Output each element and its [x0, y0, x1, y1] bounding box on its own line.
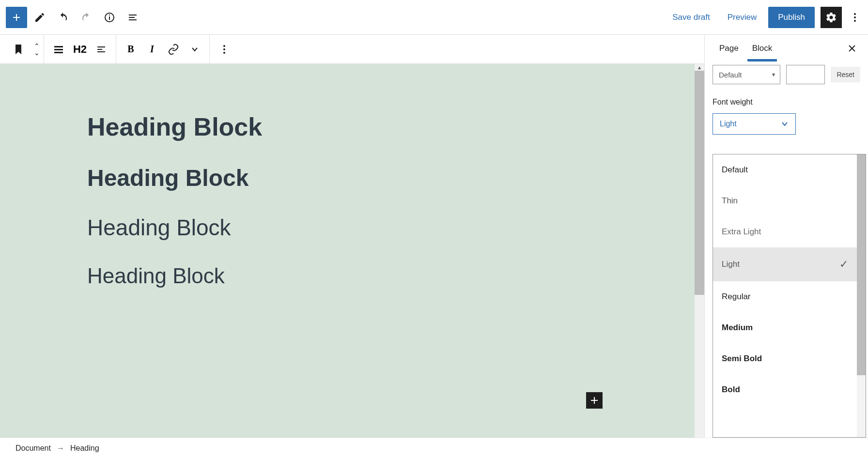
font-weight-option[interactable]: Thin	[713, 185, 857, 216]
text-align-icon	[96, 44, 107, 55]
redo-icon	[80, 12, 92, 23]
add-block-inline-button[interactable]	[586, 392, 603, 409]
option-label: Light	[722, 260, 740, 269]
font-weight-option[interactable]: Medium	[713, 312, 857, 343]
kebab-icon	[853, 12, 856, 23]
svg-point-7	[223, 48, 225, 50]
breadcrumb: Document → Heading	[0, 438, 868, 458]
info-button[interactable]	[99, 7, 120, 28]
list-icon	[127, 12, 139, 23]
settings-sidebar: Page Block Default ▾ Reset Font weight L…	[704, 35, 868, 438]
font-weight-option[interactable]: Regular	[713, 281, 857, 312]
main-area: ⌃ ⌄ H2 B I	[0, 35, 868, 438]
undo-button[interactable]	[52, 7, 74, 28]
svg-point-4	[854, 16, 856, 18]
move-up-button[interactable]: ⌃	[34, 43, 40, 49]
bold-button[interactable]: B	[120, 39, 141, 60]
font-weight-option[interactable]: Light✓	[713, 247, 857, 281]
publish-button[interactable]: Publish	[768, 7, 815, 28]
dropdown-scrollbar[interactable]	[857, 154, 866, 437]
close-sidebar-button[interactable]	[844, 40, 860, 57]
editor-canvas-wrap: Heading Block Heading Block Heading Bloc…	[0, 64, 704, 438]
chevron-down-icon: ▾	[772, 71, 775, 78]
size-number-input[interactable]	[786, 65, 825, 84]
option-label: Regular	[722, 292, 751, 302]
toolbar-right: Save draft Preview Publish	[666, 7, 862, 28]
tab-page[interactable]: Page	[713, 36, 745, 61]
svg-point-5	[854, 20, 856, 22]
breadcrumb-leaf[interactable]: Heading	[70, 444, 99, 453]
link-icon	[168, 44, 179, 55]
editor-column: ⌃ ⌄ H2 B I	[0, 35, 704, 438]
move-arrows: ⌃ ⌄	[34, 43, 40, 56]
redo-button[interactable]	[76, 7, 97, 28]
scrollbar-thumb[interactable]	[695, 71, 704, 295]
undo-icon	[57, 12, 69, 23]
heading-block[interactable]: Heading Block	[87, 264, 617, 288]
svg-point-8	[223, 52, 225, 54]
heading-block[interactable]: Heading Block	[87, 112, 617, 141]
reset-button[interactable]: Reset	[831, 67, 860, 82]
gear-icon	[825, 12, 837, 23]
option-label: Bold	[722, 385, 740, 395]
svg-point-3	[854, 13, 856, 15]
close-icon	[848, 44, 856, 53]
kebab-icon	[223, 44, 226, 55]
more-options-button[interactable]	[848, 7, 862, 28]
option-label: Extra Light	[722, 227, 761, 237]
block-toolbar: ⌃ ⌄ H2 B I	[0, 35, 704, 64]
preview-button[interactable]: Preview	[722, 9, 762, 26]
font-weight-option[interactable]: Default	[713, 154, 857, 185]
link-button[interactable]	[163, 39, 184, 60]
breadcrumb-separator: →	[57, 444, 64, 453]
save-draft-button[interactable]: Save draft	[666, 9, 716, 26]
toolbar-left	[6, 7, 143, 28]
more-formatting-button[interactable]	[184, 39, 205, 60]
plus-icon	[590, 396, 599, 405]
font-weight-select[interactable]: Light	[713, 113, 796, 135]
svg-rect-1	[109, 16, 110, 20]
option-label: Thin	[722, 196, 738, 206]
edit-mode-button[interactable]	[29, 7, 50, 28]
bookmark-icon	[14, 44, 23, 55]
bookmark-icon-button[interactable]	[8, 39, 29, 60]
option-label: Default	[722, 165, 748, 175]
align-button[interactable]	[48, 39, 69, 60]
size-row: Default ▾ Reset	[713, 65, 860, 84]
svg-rect-2	[109, 15, 110, 15]
move-down-button[interactable]: ⌄	[34, 49, 40, 56]
tab-block[interactable]: Block	[745, 36, 779, 61]
text-align-button[interactable]	[91, 39, 112, 60]
editor-scrollbar[interactable]: ▴	[695, 64, 704, 438]
font-weight-dropdown: DefaultThinExtra LightLight✓RegularMediu…	[713, 154, 866, 438]
chevron-down-icon	[781, 120, 789, 128]
heading-block[interactable]: Heading Block	[87, 165, 617, 191]
block-more-button[interactable]	[214, 39, 235, 60]
outline-button[interactable]	[122, 7, 143, 28]
option-label: Semi Bold	[722, 354, 762, 364]
italic-button[interactable]: I	[141, 39, 163, 60]
settings-button[interactable]	[821, 7, 842, 28]
heading-level-button[interactable]: H2	[69, 39, 91, 60]
size-preset-value: Default	[719, 71, 742, 79]
font-weight-label: Font weight	[713, 98, 860, 107]
size-preset-select[interactable]: Default ▾	[713, 65, 780, 84]
pencil-icon	[34, 12, 46, 23]
option-label: Medium	[722, 323, 753, 333]
check-icon: ✓	[839, 258, 848, 271]
add-block-button[interactable]	[6, 7, 27, 28]
top-toolbar: Save draft Preview Publish	[0, 0, 868, 35]
svg-point-6	[223, 45, 225, 47]
sidebar-body: Default ▾ Reset Font weight Light Defaul…	[705, 62, 868, 438]
font-weight-option[interactable]: Semi Bold	[713, 343, 857, 374]
heading-block[interactable]: Heading Block	[87, 214, 617, 241]
scrollbar-thumb[interactable]	[857, 154, 866, 375]
info-icon	[104, 12, 115, 23]
editor-canvas[interactable]: Heading Block Heading Block Heading Bloc…	[0, 64, 704, 438]
breadcrumb-root[interactable]: Document	[16, 444, 51, 453]
chevron-down-icon	[190, 45, 200, 54]
font-weight-option[interactable]: Bold	[713, 374, 857, 405]
align-icon	[53, 44, 64, 55]
font-weight-option[interactable]: Extra Light	[713, 216, 857, 247]
sidebar-tabs: Page Block	[705, 35, 868, 62]
